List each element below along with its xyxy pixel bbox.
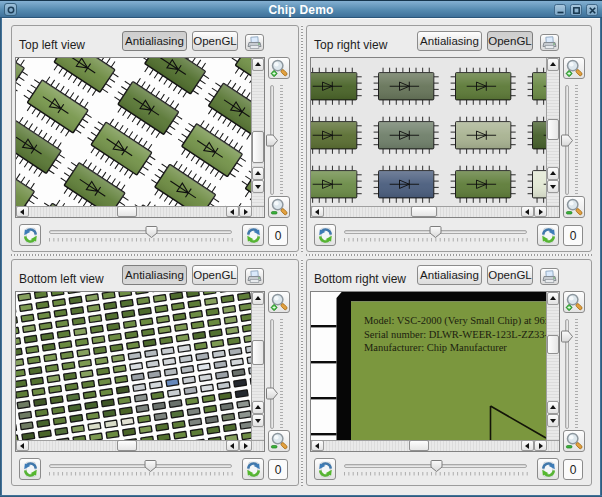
svg-text:Manufacturer: Chip Manufacture: Manufacturer: Chip Manufacturer [364,342,507,353]
svg-text:Model: VSC-2000 (Very Small Ch: Model: VSC-2000 (Very Small Chip) at 96x… [364,315,546,327]
svg-text:Serial number: DLWR-WEER-123L-: Serial number: DLWR-WEER-123L-ZZ33-SDSJ [364,329,546,340]
